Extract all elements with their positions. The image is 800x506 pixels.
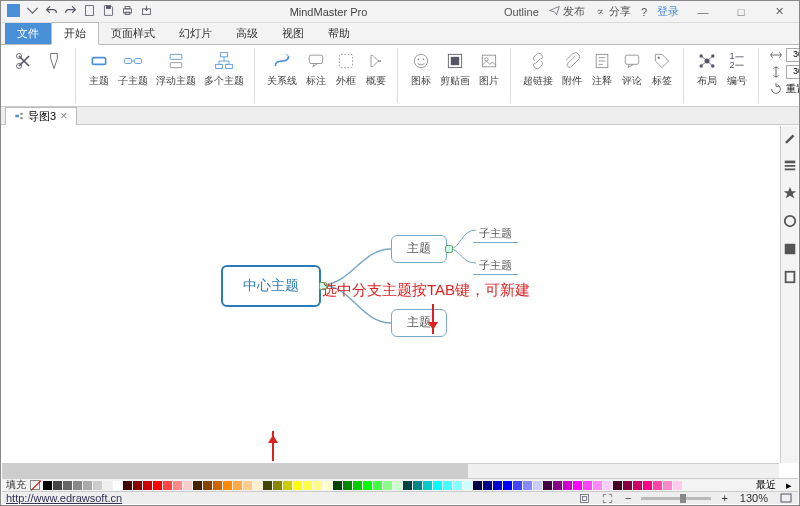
color-swatch[interactable] bbox=[93, 481, 102, 490]
color-swatch[interactable] bbox=[623, 481, 632, 490]
sub-topic[interactable]: 子主题 bbox=[473, 257, 518, 275]
color-swatch[interactable] bbox=[393, 481, 402, 490]
clipart-panel-icon[interactable] bbox=[783, 242, 797, 256]
color-swatch[interactable] bbox=[123, 481, 132, 490]
zoom-slider[interactable] bbox=[641, 497, 711, 500]
color-swatch[interactable] bbox=[463, 481, 472, 490]
color-swatch[interactable] bbox=[363, 481, 372, 490]
hspacing-input[interactable]: 30 bbox=[769, 48, 800, 62]
color-swatch[interactable] bbox=[553, 481, 562, 490]
color-swatch[interactable] bbox=[563, 481, 572, 490]
color-swatch[interactable] bbox=[183, 481, 192, 490]
color-swatch[interactable] bbox=[213, 481, 222, 490]
color-swatch[interactable] bbox=[303, 481, 312, 490]
color-swatch[interactable] bbox=[113, 481, 122, 490]
branch-topic[interactable]: 主题 bbox=[391, 235, 447, 263]
floating-topic-button[interactable]: 浮动主题 bbox=[154, 48, 198, 90]
redo-icon[interactable] bbox=[64, 4, 77, 19]
reset-button[interactable]: 重置 bbox=[769, 82, 800, 96]
color-swatch[interactable] bbox=[273, 481, 282, 490]
color-swatch[interactable] bbox=[253, 481, 262, 490]
color-swatch[interactable] bbox=[443, 481, 452, 490]
layout-button[interactable]: 布局 bbox=[694, 48, 720, 90]
tab-advanced[interactable]: 高级 bbox=[224, 23, 270, 44]
color-swatch[interactable] bbox=[533, 481, 542, 490]
color-swatch[interactable] bbox=[523, 481, 532, 490]
help-icon[interactable]: ? bbox=[641, 6, 647, 18]
color-swatch[interactable] bbox=[223, 481, 232, 490]
color-swatch[interactable] bbox=[283, 481, 292, 490]
theme-icon[interactable] bbox=[783, 158, 797, 172]
undo-icon[interactable] bbox=[45, 4, 58, 19]
tab-help[interactable]: 帮助 bbox=[316, 23, 362, 44]
color-swatch[interactable] bbox=[403, 481, 412, 490]
canvas[interactable]: 中心主题 主题 主题 子主题 子主题 选中分支主题按TAB键，可新建 选中中心主… bbox=[2, 126, 779, 463]
color-swatch[interactable] bbox=[613, 481, 622, 490]
color-swatch[interactable] bbox=[643, 481, 652, 490]
color-swatch[interactable] bbox=[493, 481, 502, 490]
tab-slideshow[interactable]: 幻灯片 bbox=[167, 23, 224, 44]
zoom-in-icon[interactable]: + bbox=[715, 492, 733, 504]
color-swatch[interactable] bbox=[53, 481, 62, 490]
minimize-button[interactable]: — bbox=[689, 6, 717, 18]
color-swatch[interactable] bbox=[103, 481, 112, 490]
color-swatch[interactable] bbox=[343, 481, 352, 490]
note-button[interactable]: 注释 bbox=[589, 48, 615, 90]
outline-link[interactable]: Outline bbox=[504, 6, 539, 18]
center-topic[interactable]: 中心主题 bbox=[221, 265, 321, 307]
clipart-button[interactable]: 剪贴画 bbox=[438, 48, 472, 90]
color-swatch[interactable] bbox=[663, 481, 672, 490]
color-swatch[interactable] bbox=[73, 481, 82, 490]
color-swatch[interactable] bbox=[653, 481, 662, 490]
status-url[interactable]: http://www.edrawsoft.cn bbox=[2, 492, 122, 504]
color-swatch[interactable] bbox=[603, 481, 612, 490]
scrollbar-thumb[interactable] bbox=[2, 464, 468, 478]
numbering-button[interactable]: 12编号 bbox=[724, 48, 750, 90]
callout-button[interactable]: 标注 bbox=[303, 48, 329, 90]
color-swatch[interactable] bbox=[193, 481, 202, 490]
color-swatch[interactable] bbox=[353, 481, 362, 490]
color-swatch[interactable] bbox=[513, 481, 522, 490]
colorbar-more-icon[interactable]: ▸ bbox=[780, 479, 798, 492]
color-swatch[interactable] bbox=[263, 481, 272, 490]
iconset-icon[interactable] bbox=[783, 214, 797, 228]
color-swatch[interactable] bbox=[203, 481, 212, 490]
color-swatch[interactable] bbox=[673, 481, 682, 490]
attachment-button[interactable]: 附件 bbox=[559, 48, 585, 90]
topic-button[interactable]: 主题 bbox=[86, 48, 112, 90]
color-swatch[interactable] bbox=[373, 481, 382, 490]
color-swatch[interactable] bbox=[313, 481, 322, 490]
color-swatch[interactable] bbox=[593, 481, 602, 490]
comment-button[interactable]: 评论 bbox=[619, 48, 645, 90]
color-swatch[interactable] bbox=[323, 481, 332, 490]
zoom-dropdown-icon[interactable] bbox=[774, 493, 798, 503]
collapse-handle[interactable] bbox=[445, 245, 453, 253]
close-tab-icon[interactable]: ✕ bbox=[60, 111, 68, 121]
color-swatch[interactable] bbox=[583, 481, 592, 490]
print-icon[interactable] bbox=[121, 4, 134, 19]
subtopic-button[interactable]: 子主题 bbox=[116, 48, 150, 90]
format-painter-button[interactable] bbox=[41, 48, 67, 74]
zoom-handle[interactable] bbox=[680, 494, 686, 503]
color-swatch[interactable] bbox=[423, 481, 432, 490]
style-icon[interactable] bbox=[783, 186, 797, 200]
color-swatch[interactable] bbox=[503, 481, 512, 490]
color-swatch[interactable] bbox=[453, 481, 462, 490]
color-swatch[interactable] bbox=[483, 481, 492, 490]
color-swatch[interactable] bbox=[163, 481, 172, 490]
color-swatch[interactable] bbox=[473, 481, 482, 490]
picture-button[interactable]: 图片 bbox=[476, 48, 502, 90]
file-tab[interactable]: 文件 bbox=[5, 23, 51, 44]
color-swatch[interactable] bbox=[133, 481, 142, 490]
color-swatch[interactable] bbox=[293, 481, 302, 490]
zoom-percent[interactable]: 130% bbox=[734, 492, 774, 504]
history-icon[interactable] bbox=[783, 270, 797, 284]
sub-topic[interactable]: 子主题 bbox=[473, 225, 518, 243]
zoom-out-icon[interactable]: − bbox=[619, 492, 637, 504]
cut-button[interactable] bbox=[11, 48, 37, 74]
branch-topic[interactable]: 主题 bbox=[391, 309, 447, 337]
tab-page-style[interactable]: 页面样式 bbox=[99, 23, 167, 44]
color-swatch[interactable] bbox=[63, 481, 72, 490]
save-icon[interactable] bbox=[102, 4, 115, 19]
color-swatch[interactable] bbox=[233, 481, 242, 490]
